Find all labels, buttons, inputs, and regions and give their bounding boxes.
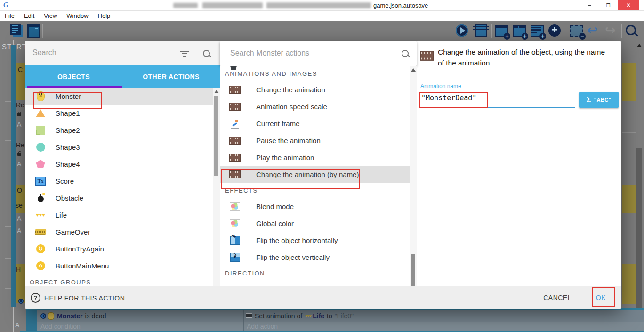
filter-icon[interactable] — [180, 50, 189, 57]
object-label: Shape1 — [56, 109, 80, 117]
scene-window-icon[interactable] — [27, 24, 40, 38]
play-icon[interactable] — [456, 24, 468, 37]
life-hearts-icon: ♥♥♥ — [305, 314, 311, 318]
add-action-button[interactable]: Add action — [244, 322, 644, 331]
object-label: ButtonMainMenu — [56, 262, 109, 270]
action-label: Change the animation — [256, 86, 325, 94]
object-search-input[interactable] — [32, 48, 170, 57]
comment-block-fragment — [622, 264, 636, 304]
event-tree-line — [5, 47, 5, 330]
add-circle-icon[interactable]: + — [548, 24, 561, 37]
object-item-buttonmainmenu[interactable]: ButtonMainMenu — [25, 257, 213, 274]
gear-icon-fragment — [18, 299, 24, 304]
add-comment-icon[interactable] — [531, 25, 544, 37]
object-item-shape1[interactable]: Shape1 — [25, 105, 213, 121]
section-header-direction: DIRECTION — [220, 266, 410, 281]
object-item-buttontryagain[interactable]: ButtonTryAgain — [25, 240, 213, 257]
object-item-monster[interactable]: Monster — [25, 88, 213, 105]
gdevelop-window: G game.json.autosave – ❐ ✕ FileEditViewW… — [0, 0, 644, 332]
text-caret — [477, 94, 477, 102]
action-label: Animation speed scale — [256, 103, 327, 111]
clipped-item-fragment — [230, 66, 237, 70]
toolbar: + ↩ ↪ — [0, 21, 644, 40]
section-header-animations-and-images: ANIMATIONS AND IMAGES — [220, 66, 410, 81]
event-text-fragment: Re — [16, 141, 24, 149]
minimize-button[interactable]: – — [580, 0, 599, 10]
debug-icon[interactable] — [475, 24, 487, 37]
action-item-animation-speed-scale[interactable]: Animation speed scale — [220, 98, 410, 115]
actions-scrollbar[interactable] — [410, 66, 417, 308]
tab-objects[interactable]: OBJECTS — [25, 65, 122, 88]
tab-other-actions[interactable]: OTHER ACTIONS — [122, 65, 220, 88]
scrollbar-up-icon[interactable] — [637, 44, 642, 47]
redo-icon[interactable]: ↪ — [605, 24, 616, 36]
add-event-icon[interactable] — [495, 25, 508, 37]
object-item-life[interactable]: Life — [25, 206, 213, 223]
action-item-play-the-animation[interactable]: Play the animation — [220, 149, 410, 166]
event-condition-cell[interactable]: Monster is dead Add condition — [37, 310, 243, 331]
cancel-button[interactable]: CANCEL — [543, 294, 572, 301]
scrollbar-thumb[interactable] — [214, 96, 218, 176]
action-label: Blend mode — [256, 202, 294, 211]
event-action-cell[interactable]: Set animation of ♥♥♥ Life to "Life0" Add… — [244, 310, 644, 331]
comment-block-fragment — [622, 185, 636, 213]
action-item-flip-the-object-horizontally[interactable]: Flip the object horizontally — [220, 232, 410, 249]
object-item-obstacle[interactable]: Obstacle — [25, 189, 213, 206]
add-condition-button[interactable]: Add condition — [37, 322, 243, 331]
behavior-gear-icon — [40, 313, 46, 319]
close-button[interactable]: ✕ — [618, 0, 639, 10]
action-item-current-frame[interactable]: Current frame — [220, 115, 410, 132]
add-action-label: Add action — [247, 323, 278, 330]
event-text-fragment: Re — [16, 101, 24, 109]
window-title: game.json.autosave — [373, 2, 428, 9]
action-item-pause-the-animation[interactable]: Pause the animation — [220, 132, 410, 149]
search-icon[interactable] — [626, 25, 636, 35]
scrollbar-up-icon[interactable] — [411, 68, 416, 72]
add-subevent-icon[interactable] — [513, 25, 526, 37]
action-item-change-the-animation[interactable]: Change the animation — [220, 81, 410, 98]
menu-bar: FileEditViewWindowHelp — [0, 11, 644, 21]
help-link[interactable]: HELP FOR THIS ACTION — [44, 294, 125, 302]
object-item-shape2[interactable]: Shape2 — [25, 121, 213, 138]
ic-film-icon — [229, 154, 241, 162]
search-icon[interactable] — [402, 50, 409, 57]
selector-tabs: OBJECTS OTHER ACTIONS — [25, 65, 220, 88]
object-item-score[interactable]: Score — [25, 172, 213, 189]
ic-colors-icon — [230, 202, 240, 211]
action-search-input[interactable] — [229, 49, 368, 58]
animation-name-input[interactable]: "MonsterDead" — [421, 94, 477, 102]
toolbar-separator — [566, 24, 566, 38]
menu-view[interactable]: View — [39, 11, 62, 21]
menu-help[interactable]: Help — [93, 11, 115, 21]
scrollbar-up-icon[interactable] — [214, 90, 219, 93]
menu-window[interactable]: Window — [62, 11, 93, 21]
action-label: Pause the animation — [256, 137, 321, 145]
action-description: Change the animation of the object, usin… — [438, 47, 607, 68]
toolbar-separator — [491, 24, 492, 38]
menu-edit[interactable]: Edit — [19, 11, 39, 21]
object-item-shape4[interactable]: Shape4 — [25, 155, 213, 172]
object-label: ButtonTryAgain — [56, 245, 104, 253]
remove-event-icon[interactable] — [570, 25, 583, 37]
ic-cir-icon — [36, 143, 45, 152]
search-icon[interactable] — [203, 50, 210, 57]
action-item-change-the-animation-by-name-[interactable]: Change the animation (by name) — [220, 166, 410, 183]
restore-button[interactable]: ❐ — [599, 0, 618, 10]
undo-icon[interactable]: ↩ — [587, 24, 598, 36]
ok-button[interactable]: OK — [596, 294, 606, 301]
object-item-shape3[interactable]: Shape3 — [25, 138, 213, 155]
object-item-gameover[interactable]: GameOver — [25, 223, 213, 240]
objects-scrollbar[interactable] — [213, 88, 220, 308]
object-label: Shape4 — [56, 160, 80, 168]
event-text-fragment: A — [17, 121, 21, 128]
action-item-blend-mode[interactable]: Blend mode — [220, 198, 410, 215]
menu-file[interactable]: File — [0, 11, 19, 21]
help-icon[interactable]: ? — [31, 293, 40, 303]
expression-editor-button[interactable]: Σ "ABC" — [579, 92, 619, 108]
action-item-flip-the-object-vertically[interactable]: Flip the object vertically — [220, 249, 410, 266]
action-item-global-color[interactable]: Global color — [220, 215, 410, 232]
project-manager-icon[interactable] — [13, 25, 23, 37]
event-sheet-scrollbar[interactable] — [636, 148, 642, 332]
ic-film-icon — [229, 86, 241, 94]
condition-line: Monster is dead — [37, 310, 243, 322]
